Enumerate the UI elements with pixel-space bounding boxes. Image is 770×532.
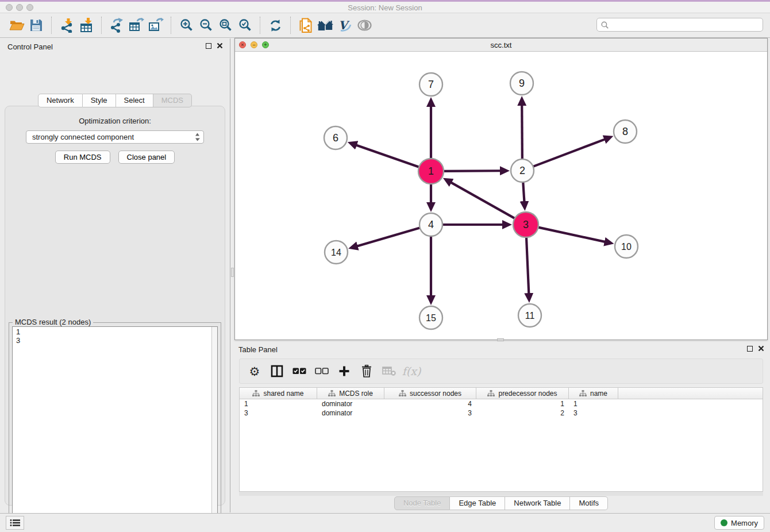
toolbar-separator (51, 17, 52, 34)
column-header-shared-name[interactable]: shared name (240, 388, 317, 399)
graph-edge-1-2[interactable] (444, 171, 501, 171)
network-canvas[interactable]: 7968124314101511 (235, 52, 767, 340)
select-all-columns-icon[interactable] (290, 361, 309, 381)
svg-text:2: 2 (519, 165, 525, 176)
tab-network[interactable]: Network (38, 94, 83, 107)
graph-node-7[interactable]: 7 (419, 73, 442, 96)
graph-node-3[interactable]: 3 (513, 212, 538, 237)
column-header-successor-nodes[interactable]: successor nodes (384, 388, 476, 399)
open-session-icon[interactable] (7, 16, 26, 35)
tab-mcds[interactable]: MCDS (153, 94, 192, 107)
graph-node-11[interactable]: 11 (518, 304, 541, 327)
float-table-panel-icon[interactable] (747, 346, 753, 352)
add-column-icon[interactable] (335, 361, 353, 381)
table-cell[interactable]: 3 (569, 408, 618, 418)
graph-edge-3-1[interactable] (451, 182, 515, 218)
graph-node-8[interactable]: 8 (614, 120, 637, 143)
memory-button[interactable]: Memory (714, 516, 764, 530)
show-columns-icon[interactable] (268, 361, 286, 381)
search-input[interactable] (609, 21, 759, 29)
export-image-icon[interactable] (146, 16, 165, 35)
column-header-predecessor-nodes[interactable]: predecessor nodes (476, 388, 569, 399)
graph-edge-3-10[interactable] (538, 228, 605, 242)
close-panel-icon[interactable] (217, 43, 223, 49)
svg-text:4: 4 (428, 219, 434, 230)
svg-text:6: 6 (333, 132, 338, 144)
result-scrollbar[interactable] (211, 327, 217, 532)
vizmapper-icon[interactable]: V (335, 16, 355, 35)
graph-edge-4-14[interactable] (357, 228, 420, 246)
import-network-icon[interactable] (57, 16, 76, 35)
tab-style[interactable]: Style (83, 94, 116, 107)
delete-column-icon[interactable] (357, 361, 376, 381)
graph-edge-2-9[interactable] (522, 105, 522, 159)
table-panel: Table Panel ⚙f(x) shared nameMCDS rolesu… (234, 342, 768, 511)
table-cell[interactable]: 1 (240, 399, 317, 408)
save-session-icon[interactable] (26, 16, 46, 35)
tab-motifs[interactable]: Motifs (570, 496, 608, 510)
table-cell[interactable]: 4 (384, 399, 476, 408)
table-cell[interactable]: dominator (317, 408, 384, 418)
tab-network-table[interactable]: Network Table (505, 496, 570, 510)
tab-node-table[interactable]: Node Table (394, 496, 451, 510)
mcds-panel: Optimization criterion: strongly connect… (5, 106, 225, 506)
graph-edge-1-6[interactable] (356, 145, 419, 167)
tab-edge-table[interactable]: Edge Table (450, 496, 505, 510)
mcds-result-text[interactable]: 1 3 (12, 326, 218, 532)
panel-splitter-handle[interactable] (231, 268, 234, 277)
graph-node-9[interactable]: 9 (510, 72, 533, 95)
frame-resize-handle[interactable] (497, 338, 504, 341)
graph-node-2[interactable]: 2 (511, 159, 534, 182)
tab-select[interactable]: Select (116, 94, 153, 107)
deselect-all-columns-icon[interactable] (313, 361, 331, 381)
network-from-file-icon[interactable] (296, 16, 315, 35)
zoom-out-icon[interactable] (196, 16, 215, 35)
run-mcds-button[interactable]: Run MCDS (55, 151, 110, 164)
table-row[interactable]: 3dominator323 (240, 408, 763, 418)
graph-node-4[interactable]: 4 (419, 213, 442, 236)
table-settings-icon[interactable]: ⚙ (245, 361, 264, 381)
table-cell[interactable]: 2 (476, 408, 569, 418)
table-row[interactable]: 1dominator411 (240, 399, 763, 408)
toolbar-separator (290, 17, 291, 34)
network-graph[interactable]: 7968124314101511 (235, 52, 767, 340)
graph-node-15[interactable]: 15 (419, 306, 442, 329)
table-cell[interactable]: 1 (569, 399, 618, 408)
home-icon[interactable] (315, 16, 335, 35)
search-box[interactable] (596, 18, 763, 32)
task-history-button[interactable] (6, 516, 24, 530)
import-table-icon[interactable] (76, 16, 96, 35)
table-scrollbar[interactable] (239, 492, 763, 496)
graph-edge-2-3[interactable] (523, 182, 524, 202)
svg-text:9: 9 (519, 78, 525, 89)
table-cell[interactable]: 3 (240, 408, 317, 418)
graph-node-6[interactable]: 6 (324, 126, 347, 149)
zoom-selected-icon[interactable] (235, 16, 255, 35)
graph-edge-2-8[interactable] (533, 139, 606, 167)
node-table: shared nameMCDS rolesuccessor nodesprede… (239, 387, 763, 492)
column-header-MCDS-role[interactable]: MCDS role (317, 388, 384, 399)
table-cell[interactable]: dominator (317, 399, 384, 408)
window-title: Session: New Session (0, 3, 770, 12)
zoom-fit-icon[interactable] (215, 16, 235, 35)
export-network-icon[interactable] (107, 16, 126, 35)
close-panel-button[interactable]: Close panel (118, 151, 175, 164)
svg-text:10: 10 (621, 242, 632, 252)
float-panel-icon[interactable] (206, 43, 211, 49)
table-cell[interactable]: 3 (384, 408, 476, 418)
zoom-in-icon[interactable] (176, 16, 196, 35)
refresh-icon[interactable] (265, 16, 285, 35)
close-table-panel-icon[interactable] (758, 345, 764, 352)
network-window-titlebar[interactable]: × – + scc.txt (235, 38, 767, 52)
show-hide-icon[interactable] (355, 16, 374, 35)
graph-node-10[interactable]: 10 (615, 235, 638, 258)
column-header-name[interactable]: name (569, 388, 618, 399)
column-tree-icon (487, 390, 495, 397)
optimization-criterion-select[interactable]: strongly connected component (26, 130, 204, 144)
graph-node-14[interactable]: 14 (325, 241, 348, 264)
graph-edge-3-11[interactable] (526, 237, 529, 294)
table-cell[interactable]: 1 (476, 399, 569, 408)
graph-node-1[interactable]: 1 (418, 159, 444, 184)
list-icon (10, 519, 20, 527)
export-table-icon[interactable] (126, 16, 146, 35)
